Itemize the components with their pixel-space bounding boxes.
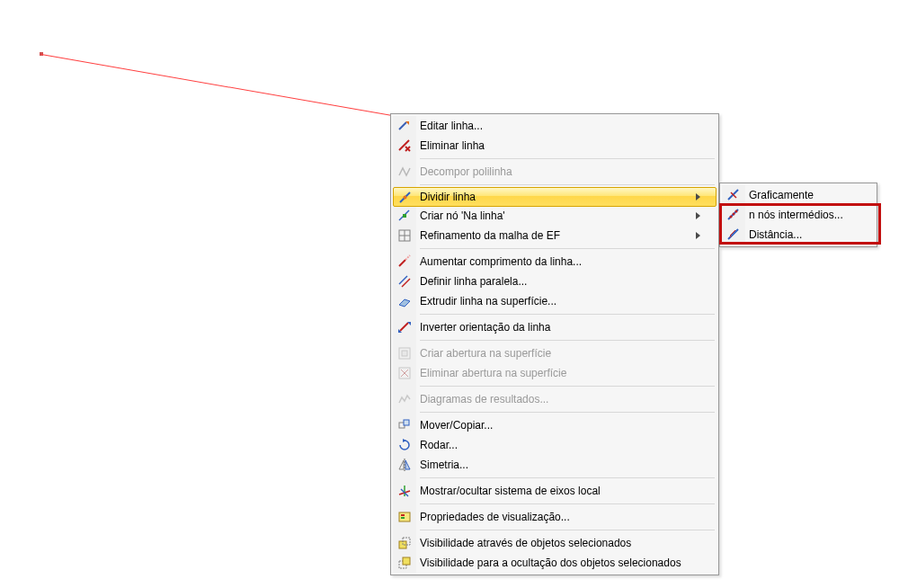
svg-point-6	[404, 196, 407, 200]
menu-item-label: Dividir linha	[420, 191, 696, 203]
delete-opening-icon	[396, 365, 413, 381]
menu-item-node-on-line[interactable]: Criar nó 'Na linha'	[393, 206, 717, 226]
menu-separator	[420, 314, 715, 315]
svg-line-47	[728, 229, 738, 239]
menu-item-label: Definir linha paralela...	[420, 275, 700, 288]
menu-item-visibility-hide-selected[interactable]: Visibilidade para a ocultação dos objeto…	[393, 553, 717, 573]
menu-item-parallel-line[interactable]: Definir linha paralela...	[393, 272, 717, 291]
menu-item-extend-line[interactable]: Aumentar comprimento da linha...	[393, 252, 717, 272]
submenu-item-label: Graficamente	[749, 189, 859, 201]
submenu-item-label: n nós intermédios...	[749, 209, 859, 221]
edit-line-icon	[396, 118, 413, 134]
menu-item-delete-line[interactable]: Eliminar linha	[393, 136, 717, 156]
delete-line-icon	[396, 138, 413, 154]
submenu-arrow-icon	[696, 193, 700, 200]
menu-item-label: Editar linha...	[420, 120, 700, 132]
menu-item-label: Diagramas de resultados...	[420, 393, 700, 405]
menu-separator	[420, 530, 715, 530]
svg-point-46	[735, 210, 738, 213]
submenu-arrow-icon	[696, 232, 700, 239]
menu-separator	[420, 340, 715, 341]
menu-item-rotate[interactable]: Rodar...	[393, 435, 717, 455]
menu-item-result-diagrams: Diagramas de resultados...	[393, 389, 717, 409]
mirror-icon	[396, 457, 413, 473]
menu-item-divide-line[interactable]: Dividir linha	[393, 187, 717, 207]
svg-point-44	[730, 216, 733, 218]
create-opening-icon	[396, 345, 413, 361]
move-copy-icon	[396, 417, 413, 433]
menu-item-label: Criar abertura na superfície	[420, 347, 700, 360]
extend-line-icon	[396, 254, 413, 270]
submenu-items: Graficamente n nós intermédios... Distân…	[722, 185, 875, 245]
node-on-line-icon	[396, 208, 413, 224]
menu-item-label: Extrudir linha na superfície...	[420, 295, 700, 307]
svg-marker-28	[399, 460, 404, 469]
menu-item-reverse-line[interactable]: Inverter orientação da linha	[393, 317, 717, 337]
menu-item-mesh-refinement[interactable]: Refinamento da malha de EF	[393, 226, 717, 245]
menu-item-label: Decompor polilinha	[420, 165, 700, 178]
menu-item-label: Mover/Copiar...	[420, 419, 700, 432]
divide-n-icon	[726, 207, 742, 223]
context-menu-items: Editar linha... Eliminar linha Decompor …	[393, 116, 717, 573]
menu-item-label: Eliminar abertura na superfície	[420, 367, 700, 379]
svg-marker-27	[403, 439, 406, 442]
submenu-arrow-icon	[696, 212, 700, 219]
divide-line-icon	[397, 190, 414, 206]
submenu-item-label: Distância...	[749, 228, 859, 241]
visibility-hide-icon	[396, 555, 413, 571]
extrude-line-icon	[396, 293, 413, 309]
menu-item-label: Aumentar comprimento da linha...	[420, 255, 700, 268]
submenu-item-graphically[interactable]: Graficamente	[722, 185, 875, 205]
menu-item-display-properties[interactable]: Propriedades de visualização...	[393, 507, 717, 527]
svg-point-45	[733, 213, 735, 216]
menu-separator	[420, 412, 715, 413]
svg-line-17	[400, 323, 408, 331]
menu-item-mirror[interactable]: Simetria...	[393, 455, 717, 475]
svg-line-0	[399, 122, 406, 129]
svg-rect-8	[403, 214, 406, 218]
svg-marker-29	[405, 460, 410, 469]
menu-item-delete-opening: Eliminar abertura na superfície	[393, 363, 717, 383]
svg-rect-21	[402, 351, 407, 356]
display-props-icon	[396, 509, 413, 525]
reverse-line-icon	[396, 319, 413, 335]
menu-item-label: Rodar...	[420, 439, 700, 451]
context-menu: Editar linha... Eliminar linha Decompor …	[390, 113, 719, 575]
axes-icon	[396, 483, 413, 499]
divide-graph-icon	[726, 187, 742, 203]
menu-item-decompose-polyline: Decompor polilinha	[393, 162, 717, 182]
menu-item-label: Visibilidade através de objetos selecion…	[420, 537, 700, 549]
menu-separator	[420, 477, 715, 478]
svg-marker-16	[399, 299, 410, 307]
divide-line-submenu: Graficamente n nós intermédios... Distân…	[719, 183, 877, 247]
svg-rect-26	[404, 420, 409, 425]
menu-separator	[420, 386, 715, 387]
menu-item-visibility-by-selected[interactable]: Visibilidade através de objetos selecion…	[393, 533, 717, 553]
menu-separator	[420, 503, 715, 504]
drawn-line[interactable]	[41, 54, 392, 116]
decompose-polyline-icon	[396, 164, 413, 180]
menu-item-create-opening: Criar abertura na superfície	[393, 343, 717, 363]
svg-rect-36	[401, 517, 405, 519]
menu-item-toggle-local-axes[interactable]: Mostrar/ocultar sistema de eixos local	[393, 481, 717, 501]
svg-line-13	[405, 255, 410, 260]
menu-separator	[420, 248, 715, 249]
menu-item-label: Refinamento da malha de EF	[420, 229, 696, 242]
menu-item-label: Inverter orientação da linha	[420, 321, 700, 334]
menu-item-label: Propriedades de visualização...	[420, 511, 700, 523]
menu-item-label: Eliminar linha	[420, 139, 700, 152]
submenu-item-distance[interactable]: Distância...	[722, 225, 875, 245]
menu-item-label: Mostrar/ocultar sistema de eixos local	[420, 485, 700, 497]
menu-item-label: Visibilidade para a ocultação dos objeto…	[420, 557, 700, 569]
menu-item-move-copy[interactable]: Mover/Copiar...	[393, 415, 717, 435]
mesh-refine-icon	[396, 227, 413, 244]
menu-item-label: Simetria...	[420, 459, 700, 471]
menu-item-extrude-line[interactable]: Extrudir linha na superfície...	[393, 291, 717, 311]
menu-separator	[420, 184, 715, 185]
menu-separator	[420, 158, 715, 159]
svg-rect-35	[401, 514, 405, 516]
result-diagrams-icon	[396, 391, 413, 407]
submenu-item-n-intermediate-nodes[interactable]: n nós intermédios...	[722, 205, 875, 225]
menu-item-edit-line[interactable]: Editar linha...	[393, 116, 717, 136]
menu-item-label: Criar nó 'Na linha'	[420, 209, 696, 222]
